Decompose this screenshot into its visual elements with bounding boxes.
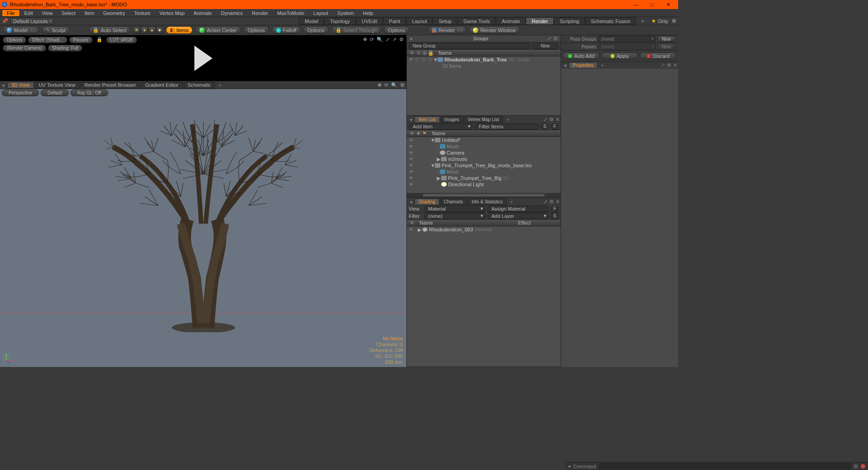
panel-collapse-icon[interactable]: ◂ <box>408 199 414 205</box>
assign-material-button[interactable]: Assign Material <box>487 206 549 212</box>
add-item-dropdown[interactable]: Add Item▾ <box>409 123 473 130</box>
pin-icon[interactable]: 📌 <box>2 18 8 24</box>
action-center-button[interactable]: Action Center <box>195 26 241 34</box>
menu-item[interactable]: Item <box>80 10 99 16</box>
menu-edit[interactable]: Edit <box>20 10 38 16</box>
tab-gametools[interactable]: Game Tools <box>458 17 496 25</box>
falloff-button[interactable]: Falloff <box>272 26 301 34</box>
tab-images[interactable]: Images <box>440 116 463 123</box>
vp-raygl-button[interactable]: Ray GL: Off <box>71 89 108 96</box>
layout-gear-icon[interactable]: ⚙ <box>672 18 676 24</box>
vp-perspective-button[interactable]: Perspective <box>2 89 39 96</box>
scroll-track[interactable] <box>407 193 561 197</box>
viewtab-schematic[interactable]: Schematic <box>184 82 215 89</box>
menu-dynamics[interactable]: Dynamics <box>217 10 247 16</box>
run-col-icon[interactable]: ⚑ <box>421 131 428 136</box>
f-button[interactable]: F <box>551 206 559 212</box>
collapse-icon[interactable]: ◂ <box>2 82 5 88</box>
filter-dropdown[interactable]: (none)▾ <box>424 213 486 219</box>
viewtab-uvtexture[interactable]: UV Texture View <box>35 82 80 89</box>
vp-zoom-icon[interactable]: 🔍 <box>391 82 397 88</box>
item-row-mesh[interactable]: 👁┄Mesh <box>407 143 561 150</box>
sel-polys-button[interactable]: ⬙ <box>148 27 156 34</box>
add-viewtab-button[interactable]: ＋ <box>217 82 222 89</box>
panel-gear-icon[interactable]: ⚙ <box>667 62 671 68</box>
options3-button[interactable]: Options <box>384 26 409 34</box>
menu-select[interactable]: Select <box>57 10 80 16</box>
tab-uvedit[interactable]: UVEdit <box>356 17 383 25</box>
panel-collapse-icon[interactable]: ◂ <box>410 36 412 42</box>
apply-button[interactable]: Apply <box>601 52 638 60</box>
add-tab-icon[interactable]: ＋ <box>600 62 605 69</box>
menu-maxtomodo[interactable]: MaxToModo <box>273 10 309 16</box>
panel-close-icon[interactable]: ✕ <box>673 62 677 68</box>
menu-layout[interactable]: Layout <box>309 10 333 16</box>
tab-setup[interactable]: Setup <box>433 17 458 25</box>
item-row-scene[interactable]: 👁▼Untitled* <box>407 137 561 143</box>
item-row-m2modo[interactable]: 👁▶m2modo <box>407 156 561 162</box>
material-row[interactable]: 👁 ▶ Rhododendron_003 (Material) <box>407 226 561 233</box>
only-label[interactable]: Only <box>658 19 668 24</box>
tab-paint[interactable]: Paint <box>383 17 406 25</box>
item-row-light[interactable]: 👁Directional Light <box>407 181 561 188</box>
options2-button[interactable]: Options <box>303 26 329 34</box>
expand-icon[interactable]: ⤢ <box>386 37 390 42</box>
tab-layout[interactable]: Layout <box>406 17 433 25</box>
link-col-icon[interactable]: ⟲ <box>415 50 421 56</box>
zoom-icon[interactable]: 🔍 <box>377 37 383 42</box>
select-through-button[interactable]: 🔒Select Through <box>331 26 381 34</box>
window-close-button[interactable]: ✕ <box>660 0 676 9</box>
options1-button[interactable]: Options <box>244 26 269 34</box>
passes-dropdown[interactable]: (none) <box>598 43 656 50</box>
menu-view[interactable]: View <box>38 10 57 16</box>
passes-new-button[interactable]: New <box>657 43 675 50</box>
sel-vertices-button[interactable]: ⬘ <box>133 27 140 34</box>
tab-model[interactable]: Model <box>299 17 324 25</box>
passgroups-new-button[interactable]: New <box>657 36 675 42</box>
menu-geometry[interactable]: Geometry <box>99 10 129 16</box>
eye-col-icon[interactable]: 👁 <box>409 131 415 136</box>
preview-lut-button[interactable]: LUT: sRGB <box>106 37 137 43</box>
item-row-scene2[interactable]: 👁▼Pink_Trumpet_Tree_Big_modo_base.lxo <box>407 162 561 169</box>
new-button[interactable]: New <box>532 43 559 49</box>
wire-col-icon[interactable]: ⊞ <box>421 50 428 56</box>
viewtab-renderpreset[interactable]: Render Preset Browser <box>80 82 140 89</box>
tab-topology[interactable]: Topology <box>324 17 356 25</box>
panel-expand-icon[interactable]: ⤢ <box>661 62 665 68</box>
vp-move-icon[interactable]: ✥ <box>377 82 382 88</box>
tab-render[interactable]: Render <box>526 17 554 25</box>
preview-options-button[interactable]: Options <box>3 37 26 43</box>
item-row-camera[interactable]: 👁┄Camera <box>407 150 561 156</box>
passgroups-dropdown[interactable]: (none) <box>598 36 656 42</box>
preview-camera-button[interactable]: (Render Camera) <box>3 45 46 52</box>
filter-items-input[interactable]: Filter Items <box>475 123 539 130</box>
tab-schematicfusion[interactable]: Schematic Fusion <box>585 17 636 25</box>
view-dropdown[interactable]: Material▾ <box>424 206 486 212</box>
tab-properties[interactable]: Properties <box>569 62 598 69</box>
panel-close-icon[interactable]: ✕ <box>556 199 560 205</box>
preview-effect-button[interactable]: Effect: (Shadi... <box>28 37 67 43</box>
menu-help[interactable]: Help <box>359 10 378 16</box>
eye-col-icon[interactable]: 👁 <box>409 220 415 226</box>
shading-list[interactable]: 👁 ▶ Rhododendron_003 (Material) <box>407 226 561 367</box>
tab-scripting[interactable]: Scripting <box>554 17 585 25</box>
popout-icon[interactable]: ↗ <box>392 37 396 42</box>
addlayer-dropdown[interactable]: Add Layer▾ <box>487 213 549 219</box>
play-preview-icon[interactable] <box>194 46 212 71</box>
preview-shading-button[interactable]: Shading: Full <box>48 45 82 52</box>
panel-gear-icon[interactable]: ⚙ <box>549 199 554 205</box>
sel-edges-button[interactable]: ⬗ <box>141 27 148 34</box>
panel-expand-icon[interactable]: ⤢ <box>547 36 552 42</box>
viewport-3d[interactable]: Perspective Default Ray GL: Off <box>0 89 406 367</box>
tab-infostats[interactable]: Info & Statistics <box>467 198 507 205</box>
menu-file[interactable]: File <box>2 9 20 17</box>
autoadd-button[interactable]: Auto Add <box>563 52 599 60</box>
tab-animate[interactable]: Animate <box>496 17 526 25</box>
add-tab-icon[interactable]: ＋ <box>505 116 510 123</box>
menu-animate[interactable]: Animate <box>189 10 216 16</box>
group-row[interactable]: 👁☐☐☐ ▼ Rhododendron_Bark_Tree (3) : Grou… <box>407 56 561 63</box>
panel-expand-icon[interactable]: ⤢ <box>543 117 547 122</box>
tab-vertexmaplist[interactable]: Vertex Map List <box>464 116 503 123</box>
viewtab-3dview[interactable]: 3D View <box>7 82 34 89</box>
preview-paused-button[interactable]: Paused <box>69 37 93 43</box>
